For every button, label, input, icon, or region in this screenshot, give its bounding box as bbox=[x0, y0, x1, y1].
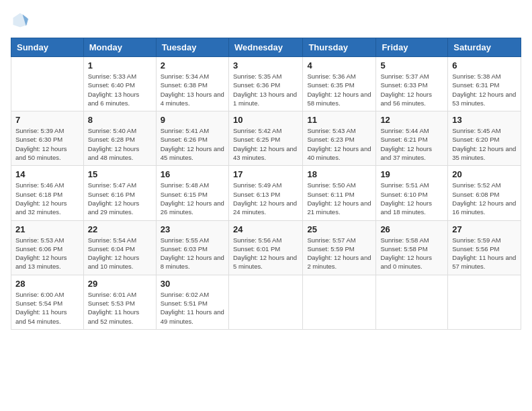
calendar-cell bbox=[228, 275, 302, 329]
cell-info: Sunrise: 5:40 AMSunset: 6:28 PMDaylight:… bbox=[88, 126, 152, 162]
day-number: 24 bbox=[233, 224, 298, 234]
calendar-cell: 23Sunrise: 5:55 AMSunset: 6:03 PMDayligh… bbox=[156, 220, 228, 275]
calendar-cell: 6Sunrise: 5:38 AMSunset: 6:31 PMDaylight… bbox=[448, 57, 521, 111]
logo-icon bbox=[11, 11, 30, 30]
day-number: 10 bbox=[233, 115, 298, 125]
cell-info: Sunrise: 5:45 AMSunset: 6:20 PMDaylight:… bbox=[452, 126, 517, 162]
day-number: 14 bbox=[15, 169, 79, 179]
day-of-week-header: Wednesday bbox=[228, 38, 302, 57]
day-number: 17 bbox=[233, 169, 298, 179]
calendar-cell: 11Sunrise: 5:43 AMSunset: 6:23 PMDayligh… bbox=[303, 111, 376, 166]
calendar-week-row: 14Sunrise: 5:46 AMSunset: 6:18 PMDayligh… bbox=[11, 166, 521, 220]
calendar-cell: 30Sunrise: 6:02 AMSunset: 5:51 PMDayligh… bbox=[156, 275, 228, 329]
day-number: 4 bbox=[307, 60, 371, 71]
cell-info: Sunrise: 5:35 AMSunset: 6:36 PMDaylight:… bbox=[233, 72, 298, 107]
calendar-cell: 20Sunrise: 5:52 AMSunset: 6:08 PMDayligh… bbox=[448, 166, 521, 220]
day-number: 26 bbox=[380, 224, 443, 234]
calendar-cell: 24Sunrise: 5:56 AMSunset: 6:01 PMDayligh… bbox=[228, 220, 302, 275]
day-number: 18 bbox=[307, 169, 371, 179]
calendar-week-row: 28Sunrise: 6:00 AMSunset: 5:54 PMDayligh… bbox=[11, 275, 521, 329]
day-number: 5 bbox=[380, 60, 443, 71]
day-of-week-header: Saturday bbox=[448, 38, 521, 57]
calendar-cell: 14Sunrise: 5:46 AMSunset: 6:18 PMDayligh… bbox=[11, 166, 84, 220]
cell-info: Sunrise: 5:34 AMSunset: 6:38 PMDaylight:… bbox=[161, 72, 224, 107]
day-number: 19 bbox=[380, 169, 443, 179]
logo bbox=[11, 11, 32, 30]
calendar-cell: 13Sunrise: 5:45 AMSunset: 6:20 PMDayligh… bbox=[448, 111, 521, 166]
calendar-cell: 26Sunrise: 5:58 AMSunset: 5:58 PMDayligh… bbox=[376, 220, 448, 275]
calendar-cell: 3Sunrise: 5:35 AMSunset: 6:36 PMDaylight… bbox=[228, 57, 302, 111]
day-number: 25 bbox=[307, 224, 371, 234]
day-number: 20 bbox=[452, 169, 517, 179]
day-of-week-header: Tuesday bbox=[156, 38, 228, 57]
calendar-cell: 28Sunrise: 6:00 AMSunset: 5:54 PMDayligh… bbox=[11, 275, 84, 329]
cell-info: Sunrise: 5:51 AMSunset: 6:10 PMDaylight:… bbox=[380, 181, 443, 216]
cell-info: Sunrise: 5:55 AMSunset: 6:03 PMDaylight:… bbox=[161, 236, 224, 271]
calendar-cell: 10Sunrise: 5:42 AMSunset: 6:25 PMDayligh… bbox=[228, 111, 302, 166]
day-number: 8 bbox=[88, 115, 152, 125]
day-number: 6 bbox=[452, 60, 517, 71]
cell-info: Sunrise: 5:46 AMSunset: 6:18 PMDaylight:… bbox=[15, 181, 79, 216]
calendar-cell: 16Sunrise: 5:48 AMSunset: 6:15 PMDayligh… bbox=[156, 166, 228, 220]
calendar-cell: 8Sunrise: 5:40 AMSunset: 6:28 PMDaylight… bbox=[83, 111, 156, 166]
day-number: 28 bbox=[15, 279, 79, 289]
calendar-cell: 9Sunrise: 5:41 AMSunset: 6:26 PMDaylight… bbox=[156, 111, 228, 166]
day-number: 12 bbox=[380, 115, 443, 125]
calendar-cell bbox=[303, 275, 376, 329]
calendar-week-row: 7Sunrise: 5:39 AMSunset: 6:30 PMDaylight… bbox=[11, 111, 521, 166]
page-header bbox=[11, 11, 521, 30]
day-of-week-header: Thursday bbox=[303, 38, 376, 57]
cell-info: Sunrise: 5:37 AMSunset: 6:33 PMDaylight:… bbox=[380, 72, 443, 107]
day-of-week-header: Friday bbox=[376, 38, 448, 57]
cell-info: Sunrise: 5:50 AMSunset: 6:11 PMDaylight:… bbox=[307, 181, 371, 216]
calendar-cell: 25Sunrise: 5:57 AMSunset: 5:59 PMDayligh… bbox=[303, 220, 376, 275]
day-number: 30 bbox=[161, 279, 224, 289]
cell-info: Sunrise: 5:49 AMSunset: 6:13 PMDaylight:… bbox=[233, 181, 298, 216]
calendar-cell bbox=[11, 57, 84, 111]
calendar-cell: 12Sunrise: 5:44 AMSunset: 6:21 PMDayligh… bbox=[376, 111, 448, 166]
cell-info: Sunrise: 5:39 AMSunset: 6:30 PMDaylight:… bbox=[15, 126, 79, 162]
calendar-week-row: 1Sunrise: 5:33 AMSunset: 6:40 PMDaylight… bbox=[11, 57, 521, 111]
calendar-cell bbox=[376, 275, 448, 329]
calendar-header-row: SundayMondayTuesdayWednesdayThursdayFrid… bbox=[11, 38, 521, 57]
calendar-week-row: 21Sunrise: 5:53 AMSunset: 6:06 PMDayligh… bbox=[11, 220, 521, 275]
calendar-cell: 29Sunrise: 6:01 AMSunset: 5:53 PMDayligh… bbox=[83, 275, 156, 329]
cell-info: Sunrise: 5:53 AMSunset: 6:06 PMDaylight:… bbox=[15, 236, 79, 271]
calendar-cell: 5Sunrise: 5:37 AMSunset: 6:33 PMDaylight… bbox=[376, 57, 448, 111]
day-of-week-header: Monday bbox=[83, 38, 156, 57]
cell-info: Sunrise: 5:52 AMSunset: 6:08 PMDaylight:… bbox=[452, 181, 517, 216]
calendar-cell: 7Sunrise: 5:39 AMSunset: 6:30 PMDaylight… bbox=[11, 111, 84, 166]
day-number: 13 bbox=[452, 115, 517, 125]
cell-info: Sunrise: 5:57 AMSunset: 5:59 PMDaylight:… bbox=[307, 236, 371, 271]
calendar-cell: 18Sunrise: 5:50 AMSunset: 6:11 PMDayligh… bbox=[303, 166, 376, 220]
calendar-cell: 17Sunrise: 5:49 AMSunset: 6:13 PMDayligh… bbox=[228, 166, 302, 220]
day-number: 2 bbox=[161, 60, 224, 71]
cell-info: Sunrise: 5:44 AMSunset: 6:21 PMDaylight:… bbox=[380, 126, 443, 162]
day-number: 23 bbox=[161, 224, 224, 234]
day-number: 9 bbox=[161, 115, 224, 125]
cell-info: Sunrise: 6:02 AMSunset: 5:51 PMDaylight:… bbox=[161, 290, 224, 326]
cell-info: Sunrise: 5:47 AMSunset: 6:16 PMDaylight:… bbox=[88, 181, 152, 216]
calendar-cell: 22Sunrise: 5:54 AMSunset: 6:04 PMDayligh… bbox=[83, 220, 156, 275]
calendar-cell: 27Sunrise: 5:59 AMSunset: 5:56 PMDayligh… bbox=[448, 220, 521, 275]
cell-info: Sunrise: 5:36 AMSunset: 6:35 PMDaylight:… bbox=[307, 72, 371, 107]
day-number: 27 bbox=[452, 224, 517, 234]
day-number: 1 bbox=[88, 60, 152, 71]
cell-info: Sunrise: 5:48 AMSunset: 6:15 PMDaylight:… bbox=[161, 181, 224, 216]
cell-info: Sunrise: 5:43 AMSunset: 6:23 PMDaylight:… bbox=[307, 126, 371, 162]
day-number: 16 bbox=[161, 169, 224, 179]
cell-info: Sunrise: 5:38 AMSunset: 6:31 PMDaylight:… bbox=[452, 72, 517, 107]
calendar-cell: 2Sunrise: 5:34 AMSunset: 6:38 PMDaylight… bbox=[156, 57, 228, 111]
calendar-cell: 21Sunrise: 5:53 AMSunset: 6:06 PMDayligh… bbox=[11, 220, 84, 275]
calendar-cell: 19Sunrise: 5:51 AMSunset: 6:10 PMDayligh… bbox=[376, 166, 448, 220]
cell-info: Sunrise: 5:33 AMSunset: 6:40 PMDaylight:… bbox=[88, 72, 152, 107]
cell-info: Sunrise: 5:41 AMSunset: 6:26 PMDaylight:… bbox=[161, 126, 224, 162]
cell-info: Sunrise: 5:42 AMSunset: 6:25 PMDaylight:… bbox=[233, 126, 298, 162]
cell-info: Sunrise: 5:54 AMSunset: 6:04 PMDaylight:… bbox=[88, 236, 152, 271]
cell-info: Sunrise: 5:59 AMSunset: 5:56 PMDaylight:… bbox=[452, 236, 517, 271]
calendar-cell: 15Sunrise: 5:47 AMSunset: 6:16 PMDayligh… bbox=[83, 166, 156, 220]
day-number: 15 bbox=[88, 169, 152, 179]
calendar-table: SundayMondayTuesdayWednesdayThursdayFrid… bbox=[11, 38, 521, 330]
day-of-week-header: Sunday bbox=[11, 38, 84, 57]
calendar-cell bbox=[448, 275, 521, 329]
